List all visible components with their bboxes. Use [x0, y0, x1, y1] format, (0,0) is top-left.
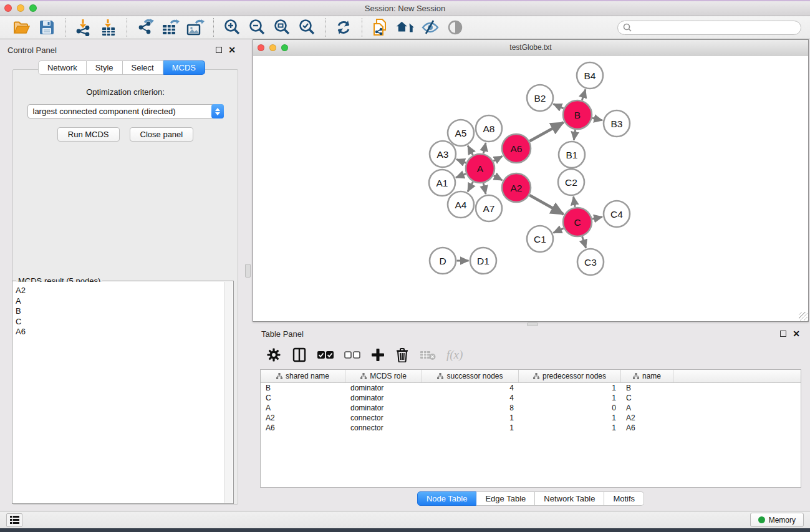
graph-edge-A2-C[interactable] — [529, 195, 563, 215]
minimize-window-button[interactable] — [17, 4, 24, 12]
graph-edge-C-C1[interactable] — [553, 228, 563, 233]
graph-edge-B-B2[interactable] — [553, 104, 563, 109]
vertical-divider-grabber[interactable] — [245, 264, 251, 278]
mcds-result-item[interactable]: C — [13, 317, 224, 327]
table-row[interactable]: A6connector11A6 — [261, 423, 801, 433]
column-header-mcds-role[interactable]: MCDS role — [345, 370, 422, 382]
network-canvas[interactable]: B4B2BB3B1A5A8A6A3AA1C2A4A7A2C4CC1C3DD1 — [253, 56, 808, 321]
graph-edge-B-B3[interactable] — [592, 118, 602, 120]
network-window-titlebar[interactable]: testGlobe.txt — [253, 40, 808, 56]
deselect-all-columns-icon[interactable] — [344, 351, 360, 359]
graph-edge-C-C2[interactable] — [574, 196, 576, 207]
new-network-from-selection-icon[interactable] — [371, 18, 390, 37]
table-cell[interactable]: connector — [345, 423, 422, 432]
network-minimize-button[interactable] — [269, 44, 276, 51]
column-header-name[interactable]: name — [621, 370, 673, 382]
tab-select[interactable]: Select — [123, 60, 163, 75]
horizontal-divider[interactable] — [253, 322, 809, 327]
tab-edge-table[interactable]: Edge Table — [476, 491, 535, 506]
table-cell[interactable]: B — [621, 384, 673, 392]
table-cell[interactable]: 4 — [422, 384, 519, 392]
table-row[interactable]: Bdominator41B — [261, 383, 801, 393]
table-cell[interactable]: A — [621, 404, 673, 412]
table-cell[interactable]: 1 — [519, 423, 621, 432]
graph-edge-A-A6[interactable] — [493, 156, 502, 161]
graph-edge-A-A2[interactable] — [494, 176, 503, 180]
search-box[interactable] — [617, 21, 801, 35]
mcds-result-item[interactable]: A6 — [13, 327, 224, 337]
window-resize-grip[interactable] — [799, 312, 808, 321]
save-session-icon[interactable] — [37, 18, 56, 37]
zoom-in-icon[interactable] — [223, 18, 241, 37]
graph-edge-A6-B[interactable] — [529, 122, 563, 141]
ndex-home-icon[interactable] — [396, 18, 415, 37]
table-cell[interactable]: 0 — [519, 404, 621, 412]
tab-motifs[interactable]: Motifs — [604, 491, 644, 506]
network-graph[interactable]: B4B2BB3B1A5A8A6A3AA1C2A4A7A2C4CC1C3DD1 — [253, 56, 808, 320]
tab-node-table[interactable]: Node Table — [417, 491, 477, 506]
close-window-button[interactable] — [4, 4, 12, 12]
table-cell[interactable]: 1 — [519, 414, 621, 422]
zoom-fit-icon[interactable] — [272, 18, 291, 37]
close-panel-button[interactable]: Close panel — [130, 127, 194, 142]
table-cell[interactable]: dominator — [345, 394, 422, 402]
graph-edge-B-B1[interactable] — [574, 130, 575, 140]
close-panel-icon[interactable]: ✕ — [228, 47, 236, 53]
tab-network-table[interactable]: Network Table — [535, 491, 604, 506]
memory-button[interactable]: Memory — [750, 513, 804, 527]
table-cell[interactable]: A2 — [261, 414, 345, 422]
open-file-icon[interactable] — [12, 18, 31, 37]
table-cell[interactable]: connector — [345, 414, 422, 422]
graph-edge-A-A3[interactable] — [456, 159, 466, 163]
mcds-result-item[interactable]: B — [13, 306, 224, 317]
table-cell[interactable]: C — [621, 394, 673, 402]
table-settings-gear-icon[interactable] — [266, 347, 281, 362]
task-history-button[interactable] — [6, 513, 22, 527]
vertical-divider[interactable] — [243, 39, 253, 511]
export-image-icon[interactable] — [186, 18, 205, 37]
criterion-dropdown[interactable]: largest connected component (directed) — [27, 104, 224, 118]
tab-style[interactable]: Style — [87, 60, 123, 75]
table-cell[interactable]: 1 — [519, 384, 621, 392]
graph-edge-A-A7[interactable] — [483, 183, 486, 194]
delete-column-trash-icon[interactable] — [395, 347, 409, 362]
select-all-columns-icon[interactable] — [317, 351, 334, 359]
column-header-shared-name[interactable]: shared name — [261, 370, 345, 382]
zoom-window-button[interactable] — [29, 4, 37, 12]
search-input[interactable] — [635, 23, 796, 32]
graph-edge-A-A4[interactable] — [468, 182, 473, 192]
horizontal-divider-grabber[interactable] — [527, 322, 538, 326]
table-cell[interactable]: B — [261, 384, 345, 392]
table-cell[interactable]: 4 — [422, 394, 519, 402]
table-float-panel-icon[interactable] — [780, 331, 786, 337]
graph-edge-C-C3[interactable] — [582, 236, 586, 248]
table-cell[interactable]: A6 — [621, 423, 673, 432]
table-row[interactable]: A2connector11A2 — [261, 413, 801, 423]
table-cell[interactable]: 8 — [422, 404, 519, 412]
table-cell[interactable]: dominator — [345, 384, 422, 392]
run-mcds-button[interactable]: Run MCDS — [57, 127, 120, 142]
table-cell[interactable]: 1 — [422, 423, 519, 432]
graph-edge-B-B4[interactable] — [582, 89, 585, 100]
table-cell[interactable]: A2 — [621, 414, 673, 422]
export-table-icon[interactable] — [161, 18, 180, 37]
mcds-result-item[interactable]: A2 — [13, 286, 224, 296]
show-graphics-details-icon[interactable] — [446, 18, 465, 37]
table-cell[interactable]: 1 — [519, 394, 621, 402]
tab-network[interactable]: Network — [38, 60, 87, 75]
network-close-button[interactable] — [258, 44, 264, 51]
graph-edge-C-C4[interactable] — [592, 217, 602, 219]
hide-graphics-details-icon[interactable] — [421, 18, 440, 37]
column-header-predecessor-nodes[interactable]: predecessor nodes — [519, 370, 621, 382]
zoom-out-icon[interactable] — [248, 18, 266, 37]
network-zoom-button[interactable] — [281, 44, 288, 51]
table-cell[interactable]: C — [261, 394, 345, 402]
result-scrollbar[interactable] — [224, 282, 233, 503]
table-cell[interactable]: A6 — [261, 423, 345, 432]
float-panel-icon[interactable] — [216, 47, 222, 53]
export-network-icon[interactable] — [136, 18, 155, 37]
zoom-selected-icon[interactable] — [297, 18, 316, 37]
graph-edge-A-A5[interactable] — [468, 146, 473, 155]
apply-layout-icon[interactable] — [334, 18, 353, 37]
import-network-icon[interactable] — [74, 18, 93, 37]
